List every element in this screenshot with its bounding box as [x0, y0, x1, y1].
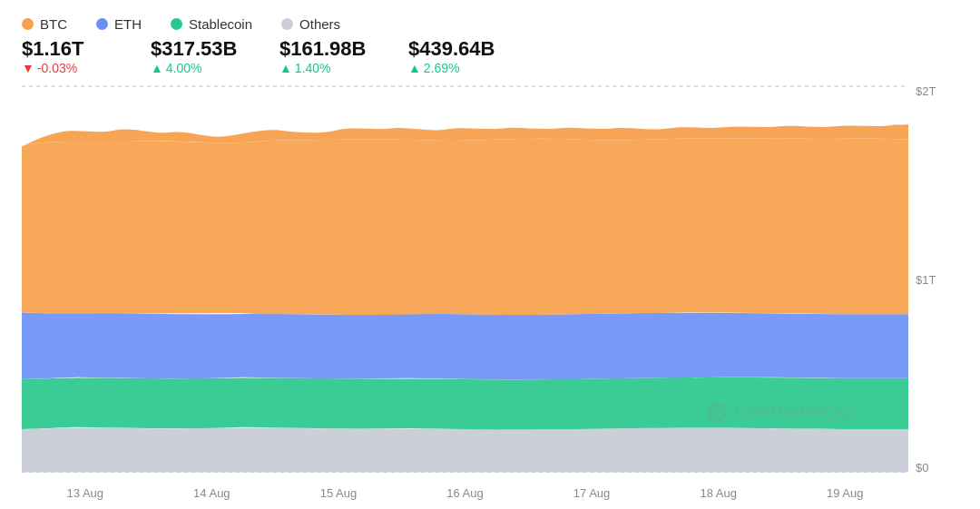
x-label-17aug: 17 Aug — [528, 486, 655, 500]
legend-item-stablecoin: Stablecoin — [171, 16, 252, 32]
x-label-15aug: 15 Aug — [275, 486, 402, 500]
stat-others: $439.64B ▲ 2.69% — [408, 37, 508, 75]
eth-change: ▲ 4.00% — [151, 61, 250, 75]
stat-stablecoin: $161.98B ▲ 1.40% — [279, 37, 379, 75]
others-arrow-icon: ▲ — [408, 61, 421, 75]
main-container: BTC ETH Stablecoin Others $1.16T ▼ -0.03… — [0, 0, 980, 509]
btc-label: BTC — [40, 16, 67, 32]
stablecoin-label: Stablecoin — [189, 16, 252, 32]
legend-item-others: Others — [281, 16, 340, 32]
eth-value: $317.53B — [151, 37, 250, 61]
others-change: ▲ 2.69% — [408, 61, 508, 75]
stat-eth: $317.53B ▲ 4.00% — [151, 37, 250, 75]
legend-item-btc: BTC — [22, 16, 67, 32]
stats-row: $1.16T ▼ -0.03% $317.53B ▲ 4.00% $161.98… — [22, 37, 958, 75]
y-label-2t: $2T — [916, 84, 958, 98]
y-label-1t: $1T — [916, 273, 958, 287]
legend-item-eth: ETH — [96, 16, 142, 32]
btc-dot — [22, 18, 34, 30]
x-axis: 13 Aug 14 Aug 15 Aug 16 Aug 17 Aug 18 Au… — [22, 475, 908, 500]
stablecoin-value: $161.98B — [279, 37, 379, 61]
y-label-0: $0 — [916, 461, 958, 475]
others-value: $439.64B — [408, 37, 508, 61]
eth-dot — [96, 18, 108, 30]
x-label-13aug: 13 Aug — [22, 486, 149, 500]
stat-btc: $1.16T ▼ -0.03% — [22, 37, 122, 75]
eth-label: ETH — [114, 16, 142, 32]
stacked-area-chart — [22, 84, 908, 475]
btc-value: $1.16T — [22, 37, 122, 61]
legend-row: BTC ETH Stablecoin Others — [22, 16, 958, 32]
chart-area: ⊕ CoinMarketCap $2T $1T $0 13 Aug 14 Aug… — [22, 84, 958, 500]
stablecoin-dot — [171, 18, 182, 30]
chart-wrapper: ⊕ CoinMarketCap — [22, 84, 908, 475]
btc-change: ▼ -0.03% — [22, 61, 122, 75]
btc-arrow-icon: ▼ — [22, 61, 34, 75]
others-label: Others — [299, 16, 340, 32]
x-label-19aug: 19 Aug — [781, 486, 908, 500]
stablecoin-change: ▲ 1.40% — [279, 61, 379, 75]
x-label-18aug: 18 Aug — [655, 486, 782, 500]
stablecoin-arrow-icon: ▲ — [279, 61, 292, 75]
others-dot — [281, 18, 293, 30]
x-label-14aug: 14 Aug — [149, 486, 276, 500]
x-label-16aug: 16 Aug — [402, 486, 529, 500]
y-axis: $2T $1T $0 — [908, 84, 958, 475]
eth-arrow-icon: ▲ — [151, 61, 163, 75]
